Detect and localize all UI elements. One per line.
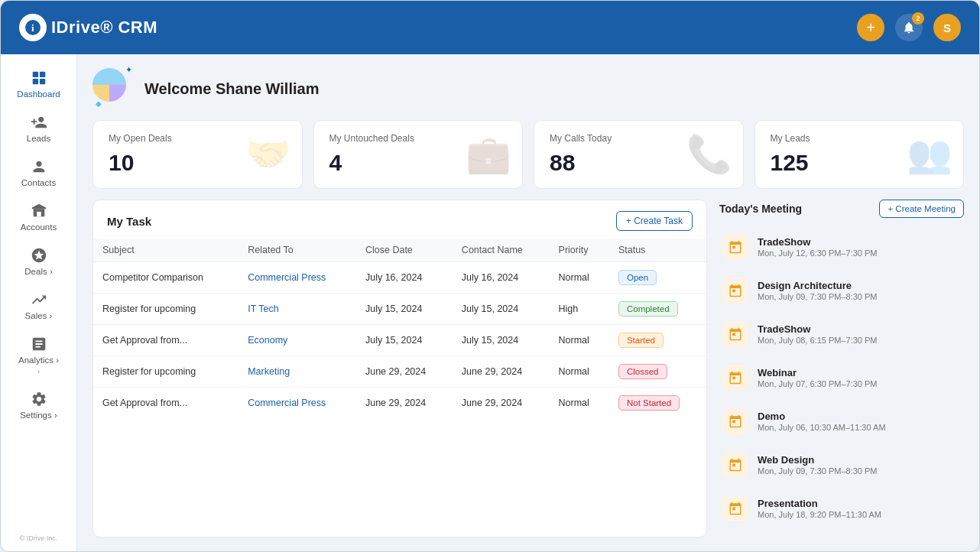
meeting-name: Presentation bbox=[758, 498, 961, 509]
meeting-name: TradeShow bbox=[758, 236, 961, 248]
meeting-icon bbox=[722, 495, 748, 521]
meeting-icon bbox=[722, 321, 748, 347]
deco-circle bbox=[92, 68, 126, 102]
user-avatar-button[interactable]: S bbox=[933, 14, 961, 41]
cell-related-to: IT Tech bbox=[239, 294, 356, 325]
sidebar-item-analytics[interactable]: Analytics › › bbox=[1, 328, 76, 383]
meeting-icon bbox=[722, 365, 748, 391]
cell-priority: Normal bbox=[550, 356, 609, 388]
cell-priority: High bbox=[550, 294, 609, 325]
cell-priority: Normal bbox=[550, 325, 609, 356]
bottom-row: My Task + Create Task Subject Related To… bbox=[92, 200, 964, 537]
cell-status: Not Started bbox=[609, 388, 706, 419]
meeting-info: TradeShow Mon, July 12, 6:30 PM–7:30 PM bbox=[758, 236, 961, 258]
cell-close-date: July 16, 2024 bbox=[356, 262, 453, 294]
cell-status: Clossed bbox=[609, 356, 706, 388]
svg-rect-6 bbox=[37, 212, 41, 216]
add-button[interactable]: + bbox=[857, 14, 884, 41]
cell-contact-name: July 15, 2024 bbox=[453, 325, 550, 356]
meeting-info: Presentation Mon, July 18, 9:20 PM–11:30… bbox=[758, 498, 961, 519]
meeting-info: Demo Mon, July 06, 10:30 AM–11:30 AM bbox=[758, 411, 961, 432]
cell-contact-name: June 29, 2024 bbox=[453, 356, 550, 388]
sidebar: Dashboard Leads Contacts Accounts Deals … bbox=[1, 54, 77, 551]
notification-badge: 2 bbox=[912, 12, 924, 24]
sidebar-item-sales[interactable]: Sales › bbox=[1, 284, 76, 328]
main-layout: Dashboard Leads Contacts Accounts Deals … bbox=[1, 54, 979, 551]
cell-related-to: Commercial Press bbox=[239, 262, 356, 294]
cell-contact-name: June 29, 2024 bbox=[453, 388, 550, 419]
task-title: My Task bbox=[107, 215, 151, 228]
cell-related-to: Economy bbox=[239, 325, 356, 356]
list-item[interactable]: Presentation Mon, July 18, 9:20 PM–11:30… bbox=[719, 489, 964, 529]
welcome-header: ✦ ◆ Welcome Shane William bbox=[92, 68, 964, 109]
meeting-icon bbox=[722, 408, 748, 434]
status-badge: Open bbox=[618, 270, 657, 285]
logo: i IDrive® CRM bbox=[19, 14, 157, 41]
top-nav: i IDrive® CRM + 2 S bbox=[1, 1, 979, 54]
sidebar-label-accounts: Accounts bbox=[21, 222, 57, 232]
cell-related-to: Commercial Press bbox=[239, 388, 356, 419]
table-row: Register for upcoming Marketing June 29,… bbox=[93, 356, 706, 388]
table-row: Competitor Comparison Commercial Press J… bbox=[93, 262, 706, 294]
meeting-name: Design Architecture bbox=[758, 280, 961, 291]
sidebar-label-leads: Leads bbox=[27, 134, 50, 143]
content-area: ✦ ◆ Welcome Shane William My Open Deals … bbox=[77, 54, 979, 551]
cell-close-date: June 29, 2024 bbox=[356, 388, 453, 419]
cell-close-date: June 29, 2024 bbox=[356, 356, 453, 388]
sidebar-item-dashboard[interactable]: Dashboard bbox=[1, 62, 76, 106]
table-row: Get Approval from... Economy July 15, 20… bbox=[93, 325, 706, 356]
cell-contact-name: July 16, 2024 bbox=[453, 262, 550, 294]
create-meeting-button[interactable]: + Create Meeting bbox=[879, 200, 964, 218]
meeting-time: Mon, July 07, 6:30 PM–7:30 PM bbox=[758, 379, 961, 388]
stat-card-untouched-deals: My Untouched Deals 4 💼 bbox=[313, 120, 524, 189]
cell-priority: Normal bbox=[550, 262, 609, 294]
stats-row: My Open Deals 10 🤝 My Untouched Deals 4 … bbox=[92, 120, 964, 189]
table-row: Get Approval from... Commercial Press Ju… bbox=[93, 388, 706, 419]
sidebar-item-accounts[interactable]: Accounts bbox=[1, 195, 76, 239]
sidebar-item-contacts[interactable]: Contacts bbox=[1, 151, 76, 195]
meetings-panel: Today's Meeting + Create Meeting TradeSh… bbox=[719, 200, 964, 537]
meeting-info: Web Design Mon, July 09, 7:30 PM–8:30 PM bbox=[758, 454, 961, 476]
meeting-name: Web Design bbox=[758, 454, 961, 466]
meeting-info: Design Architecture Mon, July 09, 7:30 P… bbox=[758, 280, 961, 301]
meeting-time: Mon, July 06, 10:30 AM–11:30 AM bbox=[758, 423, 961, 432]
sidebar-label-sales: Sales › bbox=[25, 311, 53, 320]
col-close-date: Close Date bbox=[356, 239, 453, 262]
col-contact-name: Contact Name bbox=[453, 239, 550, 262]
svg-rect-5 bbox=[39, 79, 44, 84]
notifications-button[interactable]: 2 bbox=[895, 14, 923, 41]
meeting-time: Mon, July 18, 9:20 PM–11:30 AM bbox=[758, 510, 961, 519]
list-item[interactable]: TradeShow Mon, July 08, 6:15 PM–7:30 PM bbox=[719, 314, 964, 355]
sidebar-item-settings[interactable]: Settings › bbox=[1, 383, 76, 427]
svg-rect-2 bbox=[32, 72, 37, 77]
meeting-name: TradeShow bbox=[758, 323, 961, 335]
cell-subject: Register for upcoming bbox=[93, 356, 239, 388]
status-badge: Clossed bbox=[618, 364, 667, 379]
sidebar-item-deals[interactable]: Deals › bbox=[1, 239, 76, 284]
cell-priority: Normal bbox=[550, 388, 609, 419]
task-section: My Task + Create Task Subject Related To… bbox=[92, 200, 707, 537]
list-item[interactable]: TradeShow Mon, July 12, 6:30 PM–7:30 PM bbox=[719, 227, 964, 268]
list-item[interactable]: Webinar Mon, July 07, 6:30 PM–7:30 PM bbox=[719, 358, 964, 398]
list-item[interactable]: Design Architecture Mon, July 09, 7:30 P… bbox=[719, 271, 964, 311]
nav-actions: + 2 S bbox=[857, 14, 961, 41]
meeting-info: Webinar Mon, July 07, 6:30 PM–7:30 PM bbox=[758, 367, 961, 388]
meeting-icon bbox=[722, 452, 748, 478]
task-header: My Task + Create Task bbox=[93, 200, 706, 239]
sidebar-label-deals: Deals › bbox=[24, 267, 52, 276]
deco-dot: ◆ bbox=[96, 99, 102, 108]
meeting-time: Mon, July 12, 6:30 PM–7:30 PM bbox=[758, 248, 961, 258]
list-item[interactable]: Demo Mon, July 06, 10:30 AM–11:30 AM bbox=[719, 401, 964, 442]
meeting-info: TradeShow Mon, July 08, 6:15 PM–7:30 PM bbox=[758, 323, 961, 345]
create-task-button[interactable]: + Create Task bbox=[616, 211, 693, 231]
cell-subject: Get Approval from... bbox=[93, 325, 239, 356]
status-badge: Not Started bbox=[618, 395, 680, 411]
cell-status: Completed bbox=[609, 294, 706, 325]
list-item[interactable]: Web Design Mon, July 09, 7:30 PM–8:30 PM bbox=[719, 445, 964, 485]
meeting-time: Mon, July 09, 7:30 PM–8:30 PM bbox=[758, 466, 961, 476]
meeting-icon bbox=[722, 278, 748, 304]
welcome-title: Welcome Shane William bbox=[144, 80, 319, 98]
task-table: Subject Related To Close Date Contact Na… bbox=[93, 239, 706, 418]
welcome-decoration: ✦ ◆ bbox=[92, 68, 134, 109]
sidebar-item-leads[interactable]: Leads bbox=[1, 106, 76, 151]
